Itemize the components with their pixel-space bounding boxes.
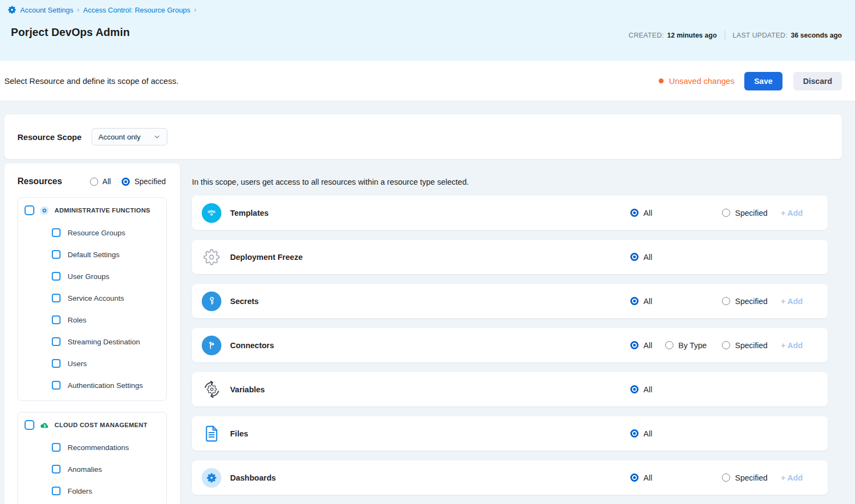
resource-checkbox-item-streaming-destination[interactable]: Streaming Destination [18, 331, 166, 353]
checkbox-unchecked[interactable] [52, 272, 61, 281]
checkbox-unchecked[interactable] [52, 228, 61, 237]
breadcrumb-link[interactable]: Account Settings [20, 6, 74, 14]
option-specified-secrets[interactable]: Specified [722, 297, 768, 306]
resources-mode-specified[interactable]: Specified [122, 177, 166, 186]
resource-checkbox-item-user-groups[interactable]: User Groups [18, 265, 166, 287]
add-button-dashboards[interactable]: + Add [781, 473, 803, 482]
checkbox-unchecked[interactable] [52, 487, 61, 495]
radio-unselected-icon[interactable] [665, 341, 673, 349]
resource-row-dashboards: DashboardsAllSpecified+ Add [192, 460, 828, 495]
radio-selected-icon[interactable] [630, 385, 639, 393]
unsaved-changes-indicator: Unsaved changes [659, 76, 734, 86]
checkbox-unchecked[interactable] [52, 465, 61, 473]
unsaved-dot-icon [659, 78, 664, 83]
option-all-deployment-freeze[interactable]: All [630, 253, 652, 262]
item-label: Authentication Settings [68, 381, 143, 390]
radio-selected-icon[interactable] [122, 178, 130, 186]
radio-unselected-icon[interactable] [722, 297, 730, 305]
cloud-cost-icon: $ [40, 421, 49, 430]
resource-types-column: In this scope, users get access to all r… [192, 163, 828, 504]
option-all-connectors[interactable]: All [630, 341, 652, 350]
settings-gear-icon [8, 5, 16, 14]
checkbox-unchecked[interactable] [52, 250, 61, 259]
resources-panel-header: Resources AllSpecified [4, 177, 180, 186]
add-button-secrets[interactable]: + Add [781, 297, 803, 306]
option-all-variables[interactable]: All [630, 385, 652, 394]
option-all-files[interactable]: All [630, 429, 652, 438]
checkbox-unchecked[interactable] [52, 337, 61, 346]
item-label: Service Accounts [68, 294, 124, 302]
resource-row-deployment-freeze: Deployment FreezeAll [192, 240, 828, 274]
radio-label: All [643, 473, 652, 482]
resource-row-variables: VariablesAll [192, 372, 828, 406]
secrets-icon [202, 292, 221, 311]
svg-text:$: $ [44, 423, 46, 428]
checkbox-unchecked[interactable] [25, 420, 34, 430]
radio-unselected-icon[interactable] [722, 473, 730, 482]
checkbox-unchecked[interactable] [52, 294, 61, 302]
resource-checkbox-item-folders[interactable]: Folders [18, 480, 166, 502]
dashboards-icon [202, 468, 221, 488]
radio-label: Specified [735, 297, 768, 306]
resources-mode-all[interactable]: All [90, 177, 111, 186]
radio-selected-icon[interactable] [630, 473, 639, 482]
unsaved-text: Unsaved changes [669, 76, 734, 86]
resource-scope-label: Resource Scope [17, 132, 82, 142]
radio-label: All [643, 253, 652, 262]
save-button[interactable]: Save [744, 72, 782, 90]
item-label: User Groups [68, 272, 110, 281]
files-icon [202, 424, 221, 444]
option-specified-templates[interactable]: Specified [722, 209, 768, 217]
group-header-administrative-functions[interactable]: ADMINISTRATIVE FUNCTIONS [18, 198, 166, 222]
option-by-type-connectors[interactable]: By Type [665, 341, 707, 350]
resource-checkbox-item-resource-groups[interactable]: Resource Groups [18, 222, 166, 244]
option-all-templates[interactable]: All [630, 209, 652, 217]
admin-functions-icon [40, 206, 49, 215]
chevron-down-icon [154, 133, 160, 140]
option-specified-connectors[interactable]: Specified [722, 341, 768, 350]
resource-row-files: FilesAll [192, 416, 828, 451]
scope-description: Select Resource and define its scope of … [4, 76, 178, 86]
resources-title: Resources [17, 177, 62, 186]
checkbox-unchecked[interactable] [52, 443, 61, 452]
checkbox-unchecked[interactable] [52, 315, 61, 324]
resource-checkbox-item-users[interactable]: Users [18, 353, 166, 374]
radio-unselected-icon[interactable] [722, 341, 730, 349]
radio-selected-icon[interactable] [630, 297, 639, 305]
add-button-templates[interactable]: + Add [781, 209, 803, 217]
resource-checkbox-item-recommendations[interactable]: Recommendations [18, 436, 166, 458]
checkbox-unchecked[interactable] [52, 359, 61, 368]
radio-selected-icon[interactable] [630, 429, 639, 438]
group-name: CLOUD COST MANAGEMENT [55, 422, 147, 428]
radio-label: All [103, 177, 111, 186]
checkbox-unchecked[interactable] [52, 381, 61, 390]
resource-scope-card: Resource Scope Account only [4, 114, 842, 159]
add-button-connectors[interactable]: + Add [781, 341, 803, 350]
option-specified-dashboards[interactable]: Specified [722, 473, 768, 482]
radio-selected-icon[interactable] [630, 253, 639, 261]
radio-unselected-icon[interactable] [722, 209, 730, 217]
item-label: Folders [68, 487, 92, 495]
discard-button[interactable]: Discard [793, 72, 842, 90]
resource-checkbox-item-anomalies[interactable]: Anomalies [18, 458, 166, 480]
resource-checkbox-item-service-accounts[interactable]: Service Accounts [18, 287, 166, 309]
radio-unselected-icon[interactable] [90, 178, 98, 186]
variables-icon [202, 380, 221, 399]
resource-checkbox-item-default-settings[interactable]: Default Settings [18, 244, 166, 265]
resource-checkbox-item-roles[interactable]: Roles [18, 309, 166, 331]
option-all-secrets[interactable]: All [630, 297, 652, 306]
radio-label: Specified [735, 473, 768, 482]
option-all-dashboards[interactable]: All [630, 473, 652, 482]
item-label: Roles [68, 316, 87, 324]
radio-label: All [643, 385, 652, 394]
radio-selected-icon[interactable] [630, 209, 639, 217]
group-header-cloud-cost-management[interactable]: $CLOUD COST MANAGEMENT [18, 412, 166, 436]
action-toolbar: Select Resource and define its scope of … [0, 61, 855, 101]
breadcrumb-link[interactable]: Access Control: Resource Groups [83, 6, 191, 14]
resource-scope-value: Account only [99, 133, 141, 141]
resource-checkbox-item-authentication-settings[interactable]: Authentication Settings [18, 374, 166, 396]
checkbox-unchecked[interactable] [25, 205, 34, 215]
resource-scope-select[interactable]: Account only [92, 128, 167, 145]
created-label: CREATED: [629, 32, 664, 39]
radio-selected-icon[interactable] [630, 341, 639, 349]
